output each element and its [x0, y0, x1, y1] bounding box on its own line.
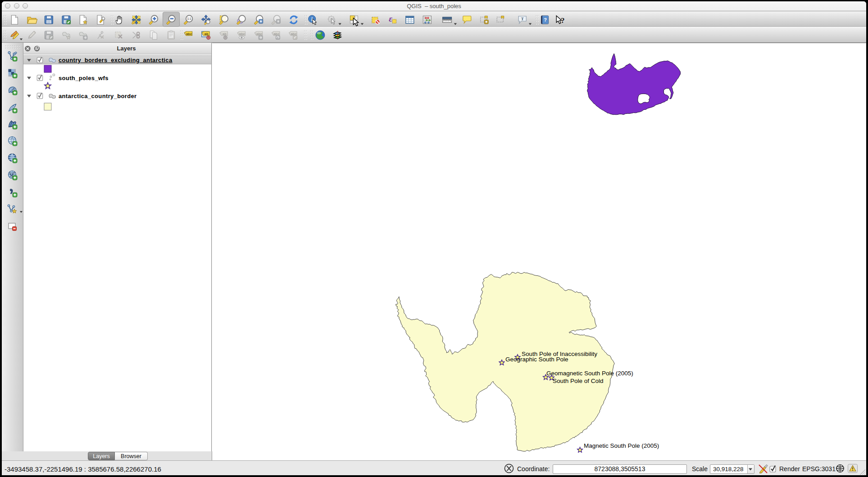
- svg-text:abc: abc: [239, 32, 245, 36]
- svg-text:abc: abc: [186, 32, 192, 36]
- svg-text:Magnetic South Pole (2005): Magnetic South Pole (2005): [584, 442, 659, 449]
- svg-text:abc: abc: [256, 32, 262, 36]
- svg-text:?: ?: [561, 16, 565, 25]
- svg-text:ab: ab: [223, 32, 227, 36]
- svg-text:Geographic South Pole: Geographic South Pole: [505, 356, 568, 363]
- svg-text:abc: abc: [291, 32, 297, 36]
- svg-text:South Pole of Cold: South Pole of Cold: [553, 378, 604, 384]
- svg-text:1:1: 1:1: [187, 17, 191, 20]
- svg-text:abc: abc: [273, 32, 279, 36]
- svg-text:ab: ab: [205, 32, 209, 36]
- svg-text:Geomagnetic South Pole (2005): Geomagnetic South Pole (2005): [546, 370, 633, 377]
- svg-text:T: T: [521, 17, 524, 21]
- svg-text:ε: ε: [389, 14, 392, 23]
- svg-text:?: ?: [544, 17, 547, 22]
